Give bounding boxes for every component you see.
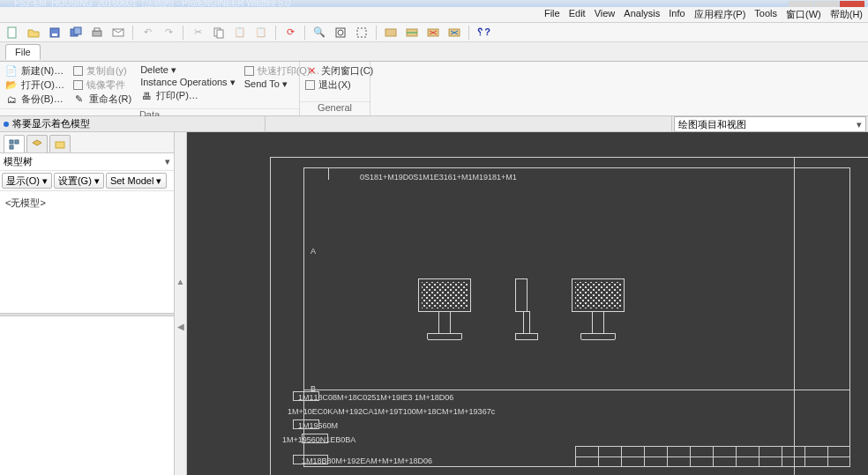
model-tree-panel: 模型树 ▾ 显示(O) ▾ 设置(G) ▾ Set Model ▾ <无模型> bbox=[0, 132, 175, 475]
ribbon-tabs: File bbox=[0, 42, 868, 62]
separator bbox=[132, 26, 133, 40]
open-icon[interactable] bbox=[25, 25, 42, 41]
checkbox-icon bbox=[73, 66, 83, 76]
arrow-up-icon[interactable]: ▲ bbox=[176, 277, 185, 286]
show-combo[interactable]: 显示(O) ▾ bbox=[2, 173, 52, 189]
instance-menu[interactable]: Instance Operations ▾ bbox=[140, 77, 236, 88]
tree-bottom bbox=[0, 316, 174, 475]
copyfrom-button[interactable]: 复制自(y) bbox=[73, 64, 131, 78]
svg-rect-13 bbox=[385, 29, 396, 36]
status-text: 将要显示着色模型 bbox=[12, 117, 90, 130]
zoom-fit-icon[interactable] bbox=[332, 25, 349, 41]
close-button[interactable] bbox=[840, 1, 864, 7]
menu-bar: File Edit View Analysis Info 应用程序(P) Too… bbox=[0, 7, 868, 23]
separator bbox=[183, 26, 183, 40]
display-mode4-icon[interactable] bbox=[445, 25, 463, 41]
cut-icon[interactable]: ✂ bbox=[189, 25, 206, 41]
open-folder-icon: 📂 bbox=[5, 79, 18, 92]
text-box bbox=[293, 391, 319, 401]
repaint-icon[interactable] bbox=[353, 25, 370, 41]
file-tab[interactable]: File bbox=[5, 44, 41, 60]
closewin-button[interactable]: ✕关闭窗口(C) bbox=[305, 64, 373, 78]
menu-info[interactable]: Info bbox=[669, 8, 685, 21]
svg-rect-9 bbox=[217, 30, 223, 38]
grid-line bbox=[303, 390, 850, 390]
menu-tools[interactable]: Tools bbox=[754, 8, 777, 21]
regenerate-icon[interactable]: ⟳ bbox=[281, 25, 299, 41]
separator bbox=[468, 26, 469, 40]
closewin-label: 关闭窗口(C) bbox=[321, 64, 373, 78]
undo-icon[interactable]: ↶ bbox=[138, 25, 156, 41]
display-mode2-icon[interactable] bbox=[403, 25, 421, 41]
tab-folder[interactable] bbox=[49, 135, 71, 152]
text-box bbox=[293, 419, 319, 429]
rename-button[interactable]: ✎重命名(R) bbox=[73, 93, 131, 106]
delete-menu[interactable]: Delete ▾ bbox=[140, 64, 236, 76]
set-combo[interactable]: 设置(G) ▾ bbox=[54, 173, 104, 189]
sendto-label: Send To ▾ bbox=[244, 78, 288, 90]
save-icon[interactable] bbox=[46, 25, 64, 41]
right-panel-combo[interactable]: 绘图项目和视图 ▾ bbox=[674, 116, 866, 132]
arrow-left-icon[interactable]: ◀ bbox=[177, 322, 184, 331]
rename-label: 重命名(R) bbox=[89, 93, 131, 106]
display-mode1-icon[interactable] bbox=[382, 25, 400, 41]
title-block-line bbox=[644, 446, 645, 467]
ribbon-group-general: ✕关闭窗口(C) 退出(X) General bbox=[300, 62, 370, 115]
show-label: 显示(O) ▾ bbox=[6, 174, 48, 188]
title-block-line bbox=[667, 446, 668, 467]
svg-point-11 bbox=[338, 30, 343, 35]
ribbon-group-data: 📄新建(N)… 📂打开(O)… 🗂备份(B)… 复制自(y) 镜像零件 ✎重命名… bbox=[0, 62, 300, 115]
dropdown-arrow-icon[interactable]: ▾ bbox=[165, 156, 170, 167]
window-title: FS2-EM_HOUSING_20160601_(活动的) - Pro/ENGI… bbox=[14, 0, 788, 7]
redo-icon[interactable]: ↷ bbox=[160, 25, 177, 41]
print-icon[interactable] bbox=[88, 25, 106, 41]
tab-layers[interactable] bbox=[26, 135, 48, 152]
text-box bbox=[293, 455, 328, 464]
open-button[interactable]: 📂打开(O)… bbox=[5, 78, 64, 92]
menu-file[interactable]: File bbox=[544, 8, 560, 21]
help-pointer-icon[interactable]: ␦? bbox=[475, 25, 492, 41]
paste-special-icon[interactable]: 📋 bbox=[252, 25, 270, 41]
tab-tree[interactable] bbox=[4, 135, 25, 152]
mail-icon[interactable] bbox=[109, 25, 127, 41]
open-label: 打开(O)… bbox=[21, 78, 64, 92]
menu-help[interactable]: 帮助(H) bbox=[830, 8, 863, 21]
print-button[interactable]: 🖶打印(P)… bbox=[140, 89, 236, 102]
title-block-line bbox=[621, 446, 622, 467]
save-as-icon[interactable] bbox=[67, 25, 85, 41]
backup-button[interactable]: 🗂备份(B)… bbox=[5, 93, 64, 106]
set-label: 设置(G) ▾ bbox=[58, 174, 100, 188]
drawing-view-front bbox=[418, 278, 471, 340]
setmodel-combo[interactable]: Set Model ▾ bbox=[106, 173, 167, 189]
rename-icon: ✎ bbox=[73, 93, 86, 106]
canvas-gutter: ▲ ◀ bbox=[175, 132, 187, 475]
display-mode3-icon[interactable] bbox=[424, 25, 442, 41]
canvas-area: ▲ ◀ 0S181+M19D0S1M1E3161+M1M19181+M1 A B bbox=[175, 132, 868, 475]
minimize-button[interactable] bbox=[789, 1, 813, 7]
grid-label-a: A bbox=[311, 247, 316, 256]
title-block-line bbox=[575, 446, 576, 467]
maximize-button[interactable] bbox=[814, 1, 839, 7]
print-label: 打印(P)… bbox=[156, 89, 198, 102]
exit-button[interactable]: 退出(X) bbox=[305, 78, 373, 92]
menu-window[interactable]: 窗口(W) bbox=[786, 8, 821, 21]
new-doc-icon[interactable] bbox=[4, 25, 21, 41]
menu-analysis[interactable]: Analysis bbox=[624, 8, 660, 21]
mirror-label: 镜像零件 bbox=[86, 78, 125, 92]
drawing-border-right bbox=[794, 157, 868, 475]
menu-view[interactable]: View bbox=[595, 8, 616, 21]
menu-edit[interactable]: Edit bbox=[569, 8, 586, 21]
group-label-general: General bbox=[300, 101, 370, 115]
mirror-button[interactable]: 镜像零件 bbox=[73, 78, 131, 92]
copy-icon[interactable] bbox=[210, 25, 228, 41]
paste-icon[interactable]: 📋 bbox=[231, 25, 249, 41]
svg-rect-19 bbox=[15, 140, 19, 144]
menu-applications[interactable]: 应用程序(P) bbox=[694, 8, 746, 21]
new-button[interactable]: 📄新建(N)… bbox=[5, 64, 64, 78]
right-combo-label: 绘图项目和视图 bbox=[678, 118, 746, 131]
checkbox-icon bbox=[73, 80, 83, 90]
main-area: 模型树 ▾ 显示(O) ▾ 设置(G) ▾ Set Model ▾ <无模型> … bbox=[0, 132, 868, 475]
drawing-canvas[interactable]: 0S181+M19D0S1M1E3161+M1M19181+M1 A B bbox=[187, 132, 868, 475]
main-toolbar: ↶ ↷ ✂ 📋 📋 ⟳ 🔍 ␦? bbox=[0, 23, 868, 42]
zoom-window-icon[interactable]: 🔍 bbox=[311, 25, 328, 41]
